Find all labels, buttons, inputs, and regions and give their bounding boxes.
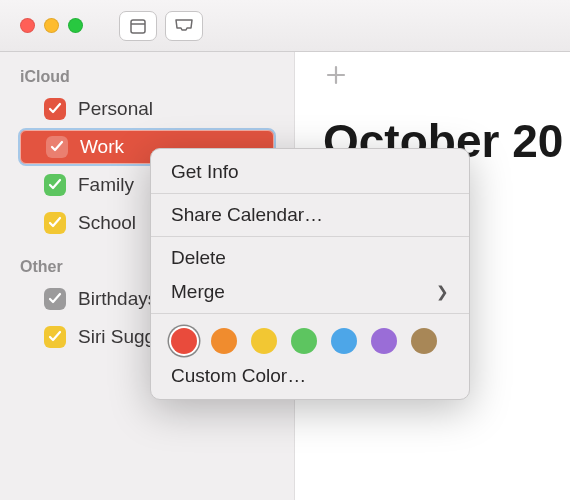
toolbar-buttons [119, 11, 203, 41]
svg-rect-0 [131, 20, 145, 33]
checkbox-personal[interactable] [44, 98, 66, 120]
menu-item-share-calendar[interactable]: Share Calendar… [151, 198, 469, 232]
menu-label: Merge [171, 281, 225, 303]
fullscreen-window-button[interactable] [68, 18, 83, 33]
section-header-icloud: iCloud [0, 62, 294, 90]
calendar-label: School [78, 212, 136, 234]
color-picker-row [151, 318, 469, 359]
menu-label: Custom Color… [171, 365, 306, 387]
menu-separator [151, 193, 469, 194]
checkbox-birthdays[interactable] [44, 288, 66, 310]
titlebar [0, 0, 570, 52]
calendar-label: Family [78, 174, 134, 196]
calendar-item-personal[interactable]: Personal [0, 90, 294, 128]
menu-label: Delete [171, 247, 226, 269]
menu-item-get-info[interactable]: Get Info [151, 155, 469, 189]
menu-item-merge[interactable]: Merge ❯ [151, 275, 469, 309]
window-controls [20, 18, 83, 33]
checkmark-icon [48, 292, 62, 306]
menu-label: Get Info [171, 161, 239, 183]
plus-icon [325, 64, 347, 86]
color-swatch-purple[interactable] [371, 328, 397, 354]
chevron-right-icon: ❯ [436, 283, 449, 301]
calendar-icon [129, 17, 147, 35]
calendar-label: Work [80, 136, 124, 158]
checkbox-school[interactable] [44, 212, 66, 234]
inbox-icon [174, 18, 194, 34]
checkbox-family[interactable] [44, 174, 66, 196]
color-swatch-green[interactable] [291, 328, 317, 354]
checkbox-siri[interactable] [44, 326, 66, 348]
color-swatch-blue[interactable] [331, 328, 357, 354]
close-window-button[interactable] [20, 18, 35, 33]
color-swatch-orange[interactable] [211, 328, 237, 354]
minimize-window-button[interactable] [44, 18, 59, 33]
checkmark-icon [48, 102, 62, 116]
add-event-button[interactable] [323, 62, 349, 88]
menu-separator [151, 236, 469, 237]
checkmark-icon [50, 140, 64, 154]
checkmark-icon [48, 178, 62, 192]
checkmark-icon [48, 216, 62, 230]
calendar-label: Personal [78, 98, 153, 120]
color-swatch-red[interactable] [171, 328, 197, 354]
checkbox-work[interactable] [46, 136, 68, 158]
calendar-view-button[interactable] [119, 11, 157, 41]
menu-item-custom-color[interactable]: Custom Color… [151, 359, 469, 393]
context-menu: Get Info Share Calendar… Delete Merge ❯ … [150, 148, 470, 400]
menu-label: Share Calendar… [171, 204, 323, 226]
menu-separator [151, 313, 469, 314]
color-swatch-brown[interactable] [411, 328, 437, 354]
menu-item-delete[interactable]: Delete [151, 241, 469, 275]
inbox-button[interactable] [165, 11, 203, 41]
calendar-label: Birthdays [78, 288, 157, 310]
checkmark-icon [48, 330, 62, 344]
color-swatch-yellow[interactable] [251, 328, 277, 354]
